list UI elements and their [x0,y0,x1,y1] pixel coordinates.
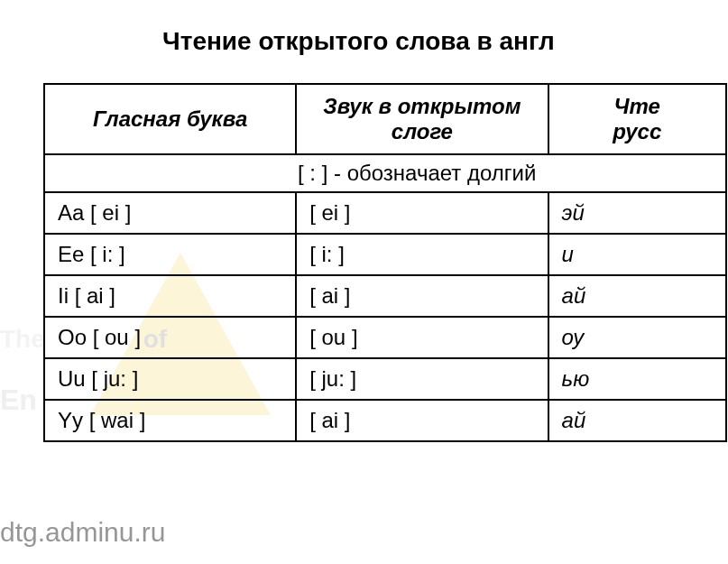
table-row: Ee [ i: ] [ i: ] и [44,234,726,275]
cell-letter: Ii [ ai ] [44,275,296,317]
cell-sound: [ i: ] [296,234,548,275]
header-text: Чте [614,94,660,118]
cell-letter: Ee [ i: ] [44,234,296,275]
header-text: русс [613,119,661,143]
header-reading: Чте русс [548,84,726,154]
cell-reading: и [548,234,726,275]
table-note-row: [ : ] - обозначает долгий [44,154,726,192]
page-title: Чтение открытого слова в англ [0,0,728,83]
cell-reading: ай [548,400,726,441]
table-row: Oo [ ou ] [ ou ] оу [44,317,726,358]
cell-sound: [ ju: ] [296,358,548,400]
cell-letter: Aa [ ei ] [44,192,296,234]
table-header-row: Гласная буква Звук в открытом слоге Чте … [44,84,726,154]
header-sound: Звук в открытом слоге [296,84,548,154]
footer-url-text: dtg.adminu.ru [0,517,165,548]
table-row: Uu [ ju: ] [ ju: ] ью [44,358,726,400]
cell-letter: Yy [ wai ] [44,400,296,441]
table-container: Гласная буква Звук в открытом слоге Чте … [0,83,728,442]
cell-sound: [ ai ] [296,400,548,441]
cell-reading: оу [548,317,726,358]
header-vowel-letter: Гласная буква [44,84,296,154]
cell-reading: ью [548,358,726,400]
document-content: Чтение открытого слова в англ Гласная бу… [0,0,728,442]
cell-letter: Uu [ ju: ] [44,358,296,400]
table-row: Aa [ ei ] [ ei ] эй [44,192,726,234]
cell-letter: Oo [ ou ] [44,317,296,358]
cell-reading: эй [548,192,726,234]
header-text: Звук в открытом слоге [323,94,521,143]
table-row: Yy [ wai ] [ ai ] ай [44,400,726,441]
cell-sound: [ ai ] [296,275,548,317]
note-cell: [ : ] - обозначает долгий [44,154,726,192]
cell-sound: [ ou ] [296,317,548,358]
table-row: Ii [ ai ] [ ai ] ай [44,275,726,317]
vowel-table: Гласная буква Звук в открытом слоге Чте … [43,83,727,442]
cell-reading: ай [548,275,726,317]
cell-sound: [ ei ] [296,192,548,234]
